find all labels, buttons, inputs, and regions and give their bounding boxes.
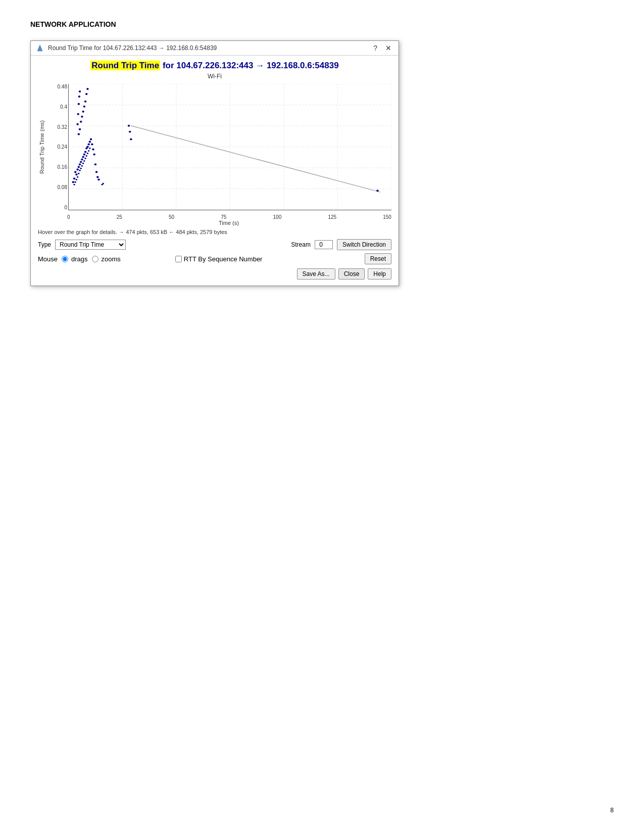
svg-point-50 (84, 101, 86, 103)
chart-title-rest: for 104.67.226.132:443 → 192.168.0.6:548… (160, 61, 339, 70)
y-tick-6: 0 (49, 205, 67, 210)
svg-point-28 (86, 146, 88, 148)
svg-point-38 (97, 178, 100, 180)
x-axis-label: Time (s) (66, 220, 391, 226)
chart-title: Round Trip Time for 104.67.226.132:443 →… (38, 61, 391, 71)
svg-point-18 (75, 173, 77, 175)
svg-point-32 (91, 144, 93, 146)
svg-point-62 (83, 160, 85, 162)
svg-point-36 (95, 171, 97, 173)
x-tick-0: 0 (67, 214, 70, 220)
wireshark-icon (36, 44, 44, 52)
svg-point-66 (88, 150, 89, 152)
switch-direction-button[interactable]: Switch Direction (337, 239, 391, 250)
dialog-body: Round Trip Time for 104.67.226.132:443 →… (31, 56, 399, 286)
x-tick-4: 100 (273, 214, 282, 220)
stream-input[interactable] (315, 240, 333, 249)
svg-marker-1 (37, 46, 42, 51)
controls-row-2: Mouse drags zooms RTT By Sequence Number… (38, 253, 391, 264)
y-tick-0: 0.48 (49, 84, 67, 89)
svg-point-70 (130, 138, 132, 141)
svg-point-57 (78, 173, 79, 174)
close-button[interactable]: Close (338, 268, 365, 280)
type-select[interactable]: Round Trip Time (55, 240, 126, 250)
svg-point-19 (76, 168, 78, 170)
svg-point-40 (77, 113, 79, 115)
svg-point-60 (81, 165, 83, 167)
svg-point-56 (77, 176, 78, 178)
reset-button[interactable]: Reset (365, 253, 391, 264)
chart-subtitle: Wi-Fi (38, 73, 391, 80)
svg-point-73 (103, 183, 104, 184)
y-tick-labels: 0.48 0.4 0.32 0.24 0.16 0.08 0 (49, 84, 67, 210)
svg-point-55 (76, 179, 77, 180)
svg-point-58 (79, 170, 80, 171)
svg-point-22 (80, 161, 82, 163)
svg-point-65 (87, 153, 88, 154)
status-text: Hover over the graph for details. → 474 … (38, 229, 391, 235)
svg-point-49 (83, 106, 85, 108)
svg-line-14 (131, 126, 380, 192)
svg-point-64 (86, 155, 87, 157)
stream-label: Stream (291, 241, 311, 248)
svg-point-47 (81, 116, 83, 118)
svg-point-42 (78, 96, 80, 98)
zooms-label: zooms (102, 255, 121, 263)
svg-point-69 (129, 131, 131, 133)
dialog-window: Round Trip Time for 104.67.226.132:443 →… (30, 40, 399, 286)
x-tick-5: 125 (328, 214, 336, 220)
svg-point-15 (72, 181, 74, 183)
chart-area: Round Trip Time (ms) 0.48 0.4 0.32 0.24 … (38, 84, 391, 210)
svg-point-29 (87, 144, 89, 146)
zooms-radio-group: zooms (92, 255, 121, 263)
svg-point-46 (80, 121, 82, 123)
x-tick-6: 150 (383, 214, 391, 220)
controls-row-1: Type Round Trip Time Stream Switch Direc… (38, 239, 391, 250)
svg-point-68 (128, 125, 130, 127)
drags-radio-group: drags (62, 255, 88, 263)
rtt-checkbox-group: RTT By Sequence Number (175, 255, 263, 263)
y-axis-label: Round Trip Time (ms) (38, 120, 47, 174)
svg-point-71 (376, 190, 378, 192)
svg-point-44 (78, 133, 80, 135)
drags-label: drags (71, 255, 88, 263)
svg-point-37 (96, 176, 98, 178)
page-number: 8 (610, 807, 614, 814)
svg-point-33 (92, 148, 94, 150)
save-as-button[interactable]: Save As... (297, 268, 335, 280)
y-tick-5: 0.08 (49, 184, 67, 190)
zooms-radio[interactable] (92, 256, 98, 262)
close-titlebar-button[interactable]: ✕ (383, 44, 393, 52)
x-tick-3: 75 (221, 214, 226, 220)
x-axis-ticks: 0 25 50 75 100 125 150 (67, 213, 391, 220)
y-tick-1: 0.4 (49, 104, 67, 110)
svg-point-16 (73, 177, 75, 179)
svg-point-35 (94, 163, 96, 165)
svg-point-59 (80, 168, 82, 169)
drags-radio[interactable] (62, 256, 68, 262)
help-button[interactable]: Help (368, 268, 391, 280)
titlebar-title: Round Trip Time for 104.67.226.132:443 →… (48, 44, 367, 52)
mouse-label: Mouse (38, 255, 58, 263)
svg-point-25 (83, 153, 85, 155)
svg-point-45 (79, 128, 81, 130)
svg-point-67 (89, 148, 90, 149)
dialog-titlebar: Round Trip Time for 104.67.226.132:443 →… (31, 41, 399, 56)
type-label: Type (38, 241, 51, 248)
x-tick-2: 50 (169, 214, 174, 220)
svg-point-53 (73, 184, 75, 186)
help-titlebar-button[interactable]: ? (371, 44, 379, 52)
chart-title-highlight: Round Trip Time (90, 61, 160, 70)
svg-point-52 (86, 88, 88, 90)
bottom-buttons: Save As... Close Help (38, 268, 391, 280)
svg-point-48 (82, 111, 84, 113)
svg-point-41 (78, 103, 80, 105)
chart-inner[interactable] (68, 84, 391, 210)
page-heading: NETWORK APPLICATION (30, 20, 614, 28)
svg-point-20 (78, 166, 80, 168)
y-tick-2: 0.32 (49, 124, 67, 130)
svg-point-54 (75, 181, 76, 183)
svg-point-43 (79, 90, 81, 92)
svg-point-39 (76, 123, 78, 125)
rtt-checkbox[interactable] (175, 256, 182, 262)
